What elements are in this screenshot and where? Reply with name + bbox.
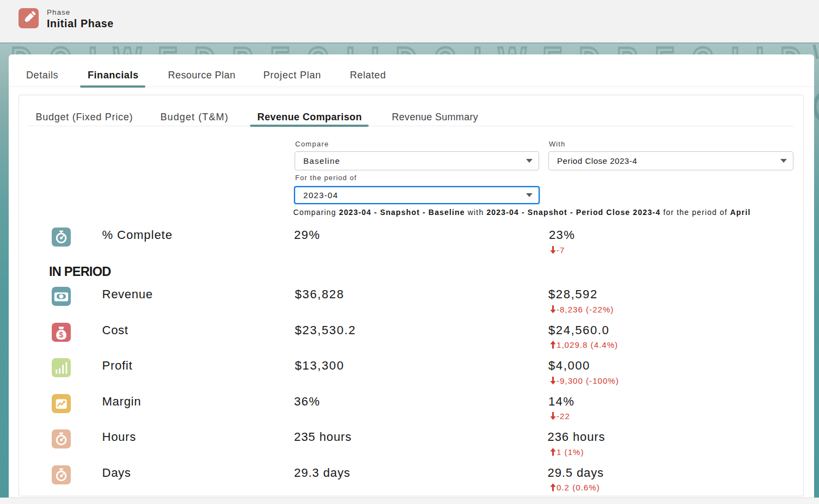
svg-text:$: $ <box>59 330 64 339</box>
